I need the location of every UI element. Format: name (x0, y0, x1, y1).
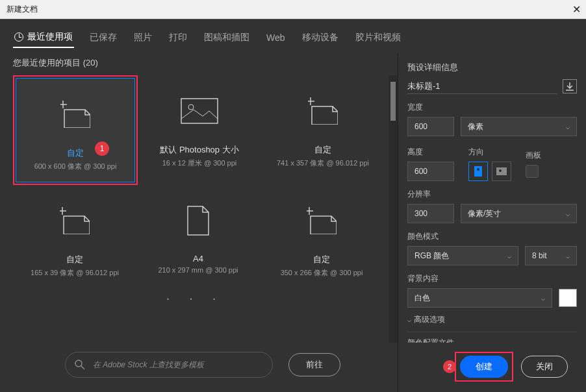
card-sub: 210 x 297 mm @ 300 ppi (143, 266, 253, 274)
page-fold-icon (307, 207, 337, 234)
unit-select[interactable]: 像素 ⌵ (461, 117, 577, 136)
recent-items-label: 您最近使用的项目 (13, 58, 81, 67)
chevron-down-icon: ⌵ (566, 252, 570, 260)
height-label: 高度 (407, 147, 454, 158)
annotation-badge-2: 2 (443, 360, 456, 373)
preset-card-default-ps[interactable]: 默认 Photoshop 大小 16 x 12 厘米 @ 300 ppi (138, 75, 261, 185)
width-input[interactable] (407, 117, 454, 136)
preset-card-custom-350[interactable]: 自定 350 x 266 像素 @ 300 ppi (260, 185, 383, 288)
unit-value: 像素 (468, 121, 483, 132)
category-tabs: 最近使用项 已保存 照片 打印 图稿和插图 Web 移动设备 胶片和视频 (0, 19, 586, 53)
height-input[interactable] (407, 162, 454, 181)
card-name: 自定 (266, 254, 377, 265)
recent-items-count: (20) (83, 58, 98, 67)
go-button[interactable]: 前往 (288, 353, 340, 376)
save-preset-icon[interactable] (563, 79, 577, 93)
card-name: 自定 (19, 254, 130, 265)
chevron-down-icon: ⌵ (566, 123, 570, 130)
card-name: 自定 (268, 144, 378, 156)
card-sub: 16 x 12 厘米 @ 300 ppi (144, 158, 255, 168)
stock-search[interactable]: 在 Adobe Stock 上查找更多模板 (65, 352, 273, 378)
image-icon (181, 98, 218, 124)
card-sub: 350 x 266 像素 @ 300 ppi (266, 268, 377, 278)
orientation-label: 方向 (468, 147, 511, 158)
svg-point-1 (188, 104, 194, 110)
artboard-checkbox[interactable] (526, 165, 539, 178)
svg-rect-3 (474, 166, 482, 177)
window-title: 新建文档 (6, 4, 38, 15)
tab-photo[interactable]: 照片 (133, 28, 153, 47)
annotation-box-2: 2 创建 (455, 352, 513, 382)
tab-print[interactable]: 打印 (168, 28, 188, 47)
width-label: 宽度 (407, 102, 577, 113)
resolution-unit-value: 像素/英寸 (468, 208, 501, 219)
resolution-unit-select[interactable]: 像素/英寸 ⌵ (461, 204, 577, 223)
colorprofile-label: 颜色配置文件 (407, 337, 577, 343)
tab-film[interactable]: 胶片和视频 (354, 28, 402, 47)
orientation-portrait[interactable] (468, 162, 488, 181)
advanced-toggle[interactable]: ⌵ 高级选项 (407, 314, 577, 325)
tab-web[interactable]: Web (265, 29, 287, 47)
clock-icon (14, 32, 23, 42)
tab-illustration[interactable]: 图稿和插图 (203, 28, 251, 47)
colormode-label: 颜色模式 (407, 231, 577, 242)
background-select[interactable]: 白色 ⌵ (407, 288, 552, 308)
divider (407, 332, 577, 332)
preset-card-custom-600[interactable]: 自定 600 x 600 像素 @ 300 ppi (16, 78, 135, 182)
colormode-value: RGB 颜色 (414, 251, 449, 262)
card-name: 自定 (23, 147, 128, 159)
chevron-down-icon: ⌵ (566, 210, 570, 217)
scrollbar[interactable] (389, 75, 398, 343)
background-value: 白色 (414, 293, 430, 304)
preset-card-a4[interactable]: A4 210 x 297 mm @ 300 ppi (136, 185, 260, 288)
close-button[interactable]: 关闭 (521, 356, 568, 378)
svg-rect-0 (181, 99, 218, 123)
document-icon (187, 206, 209, 236)
background-swatch[interactable] (559, 289, 577, 307)
svg-point-6 (499, 169, 502, 172)
preset-card-custom-741[interactable]: 自定 741 x 357 像素 @ 96.012 ppi (261, 75, 385, 185)
document-name-input[interactable] (407, 79, 557, 94)
resolution-label: 分辨率 (407, 189, 577, 200)
landscape-icon (496, 167, 507, 176)
preset-details-title: 预设详细信息 (407, 62, 577, 73)
search-icon (75, 360, 85, 370)
page-fold-icon (60, 207, 90, 234)
orientation-landscape[interactable] (492, 162, 511, 181)
portrait-icon (474, 165, 483, 177)
card-sub: 165 x 39 像素 @ 96.012 ppi (19, 268, 130, 278)
create-button[interactable]: 创建 (460, 356, 508, 378)
recent-items-header: 您最近使用的项目 (20) (13, 57, 398, 69)
bitdepth-value: 8 bit (532, 251, 547, 260)
tab-recent[interactable]: 最近使用项 (13, 27, 74, 48)
resolution-input[interactable] (407, 204, 454, 223)
card-sub: 741 x 357 像素 @ 96.012 ppi (268, 158, 378, 168)
artboard-label: 画板 (526, 150, 541, 161)
background-label: 背景内容 (407, 273, 577, 284)
preset-card-custom-165[interactable]: 自定 165 x 39 像素 @ 96.012 ppi (13, 185, 136, 288)
more-indicator: ... (13, 288, 389, 303)
annotation-badge-1: 1 (95, 141, 109, 156)
page-fold-icon (60, 101, 90, 128)
tab-recent-label: 最近使用项 (27, 31, 73, 43)
card-name: 默认 Photoshop 大小 (144, 144, 255, 156)
svg-point-2 (75, 360, 82, 367)
search-placeholder: 在 Adobe Stock 上查找更多模板 (93, 360, 204, 371)
title-bar: 新建文档 ✕ (0, 0, 586, 19)
chevron-down-icon: ⌵ (507, 252, 511, 260)
close-icon[interactable]: ✕ (572, 3, 581, 16)
svg-point-4 (477, 168, 479, 171)
chevron-down-icon: ⌵ (407, 316, 411, 323)
card-sub: 600 x 600 像素 @ 300 ppi (23, 162, 128, 171)
chevron-down-icon: ⌵ (541, 295, 545, 302)
advanced-label: 高级选项 (414, 314, 445, 325)
card-name: A4 (143, 254, 253, 263)
page-fold-icon (308, 97, 338, 125)
svg-rect-5 (496, 167, 507, 175)
colormode-select[interactable]: RGB 颜色 ⌵ (407, 246, 518, 265)
tab-saved[interactable]: 已保存 (88, 28, 118, 47)
tab-mobile[interactable]: 移动设备 (301, 28, 340, 47)
bitdepth-select[interactable]: 8 bit ⌵ (525, 246, 577, 265)
